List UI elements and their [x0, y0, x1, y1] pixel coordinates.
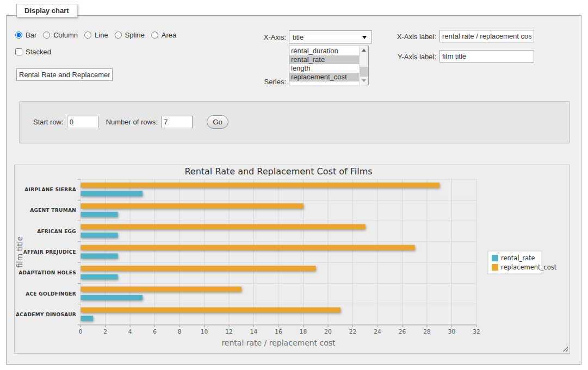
bar-rental_rate[interactable]: [81, 295, 143, 300]
xaxis-select-value: title: [293, 33, 304, 41]
chart-type-label-area: Area: [162, 31, 176, 39]
stacked-label: Stacked: [26, 48, 51, 56]
xaxis-select-label: X-Axis:: [234, 33, 286, 41]
x-tick-label: 30: [448, 328, 455, 335]
bar-replacement_cost[interactable]: [81, 266, 316, 271]
bar-replacement_cost[interactable]: [81, 183, 440, 188]
category-label: ACE GOLDFINGER: [26, 291, 76, 297]
x-tick-label: 18: [300, 328, 307, 335]
chart-type-radio-area[interactable]: [151, 32, 158, 39]
chart-type-label-bar: Bar: [26, 31, 36, 39]
series-option-rental_rate[interactable]: rental_rate: [289, 55, 359, 64]
chevron-down-icon: [362, 36, 367, 39]
chart-type-option-line[interactable]: Line: [84, 31, 108, 39]
chart-type-option-bar[interactable]: Bar: [15, 31, 36, 39]
series-options: rental_durationrental_ratelengthreplacem…: [289, 47, 359, 81]
legend-swatch-rental_rate[interactable]: [492, 255, 498, 261]
x-tick-label: 10: [201, 328, 208, 335]
x-tick-label: 24: [374, 328, 381, 335]
series-select-label: Series:: [234, 78, 286, 86]
yaxis-label-field-label: Y-Axis label:: [375, 53, 436, 61]
y-axis-title: film title: [15, 236, 24, 268]
chart-type-label-line: Line: [95, 31, 108, 39]
chart-type-radio-group: Bar Column Line Spline Area: [15, 31, 176, 39]
x-tick-label: 8: [178, 328, 182, 335]
scrollbar-thumb[interactable]: [360, 67, 368, 77]
x-tick-label: 28: [423, 328, 430, 335]
series-scrollbar[interactable]: [359, 46, 368, 85]
x-tick-label: 0: [79, 328, 83, 335]
num-rows-label: Number of rows:: [106, 118, 158, 126]
xaxis-select[interactable]: title: [289, 30, 372, 43]
bar-rental_rate[interactable]: [81, 253, 118, 259]
scroll-down-icon[interactable]: [360, 77, 369, 85]
chart-type-option-spline[interactable]: Spline: [115, 31, 145, 39]
category-label: AFFAIR PREJUDICE: [23, 249, 76, 255]
x-tick-label: 14: [250, 328, 258, 335]
x-tick-label: 22: [349, 328, 356, 335]
bar-rental_rate[interactable]: [81, 233, 118, 238]
bar-rental_rate[interactable]: [81, 274, 118, 279]
legend-label-rental_rate[interactable]: rental_rate: [501, 254, 535, 262]
series-option-length[interactable]: length: [289, 64, 359, 73]
chart-title-input[interactable]: [16, 68, 113, 81]
series-listbox[interactable]: rental_durationrental_ratelengthreplacem…: [289, 46, 369, 85]
x-tick-label: 32: [473, 328, 480, 335]
bar-replacement_cost[interactable]: [81, 308, 341, 313]
x-tick-label: 26: [399, 328, 406, 335]
yaxis-label-input[interactable]: [440, 50, 534, 62]
chart-container: 02468101214161820222426283032AIRPLANE SI…: [14, 165, 570, 354]
legend-label-replacement_cost[interactable]: replacement_cost: [501, 264, 557, 271]
x-axis-title: rental rate / replacement cost: [221, 338, 336, 347]
legend-swatch-replacement_cost[interactable]: [492, 264, 498, 271]
stacked-option[interactable]: Stacked: [15, 48, 51, 56]
chart-svg: 02468101214161820222426283032AIRPLANE SI…: [15, 165, 570, 353]
bar-replacement_cost[interactable]: [81, 286, 242, 292]
category-label: AGENT TRUMAN: [30, 208, 76, 213]
x-tick-label: 12: [225, 328, 232, 335]
chart-type-option-column[interactable]: Column: [43, 31, 78, 39]
series-option-replacement_cost[interactable]: replacement_cost: [289, 73, 359, 81]
category-label: AIRPLANE SIERRA: [24, 187, 76, 192]
go-button[interactable]: Go: [207, 115, 228, 129]
bar-replacement_cost[interactable]: [81, 245, 415, 250]
bar-replacement_cost[interactable]: [81, 203, 304, 209]
category-label: ADAPTATION HOLES: [18, 270, 76, 275]
num-rows-input[interactable]: [161, 116, 193, 128]
scroll-up-icon[interactable]: [360, 46, 369, 54]
x-tick-label: 16: [275, 328, 282, 335]
stacked-checkbox[interactable]: [15, 48, 22, 55]
start-row-label: Start row:: [33, 118, 64, 126]
xaxis-label-input[interactable]: [440, 30, 534, 42]
x-tick-label: 20: [324, 328, 331, 335]
chart-type-option-area[interactable]: Area: [151, 31, 176, 39]
x-tick-label: 4: [128, 328, 132, 335]
bar-rental_rate[interactable]: [81, 212, 118, 217]
stacked-row: Stacked: [15, 48, 51, 56]
x-tick-label: 2: [103, 328, 107, 335]
chart-type-radio-column[interactable]: [43, 32, 50, 39]
chart-type-radio-bar[interactable]: [15, 32, 22, 39]
x-tick-label: 6: [153, 328, 157, 335]
chart-type-radio-spline[interactable]: [115, 32, 122, 39]
bar-rental_rate[interactable]: [81, 316, 94, 321]
category-label: ACADEMY DINOSAUR: [16, 312, 76, 317]
series-option-rental_duration[interactable]: rental_duration: [289, 47, 359, 55]
row-controls-panel: Start row: Number of rows: Go: [19, 101, 570, 143]
bar-replacement_cost[interactable]: [81, 224, 366, 230]
chart-title: Rental Rate and Replacement Cost of Film…: [184, 166, 372, 177]
fieldset-legend: Display chart: [16, 4, 77, 17]
chart-type-label-spline: Spline: [125, 31, 145, 39]
category-label: AFRICAN EGG: [37, 229, 76, 234]
start-row-input[interactable]: [67, 116, 98, 128]
chart-type-label-column: Column: [53, 31, 78, 39]
xaxis-label-field-label: X-Axis label:: [375, 33, 436, 41]
chart-type-radio-line[interactable]: [84, 32, 91, 39]
bar-rental_rate[interactable]: [81, 191, 143, 197]
